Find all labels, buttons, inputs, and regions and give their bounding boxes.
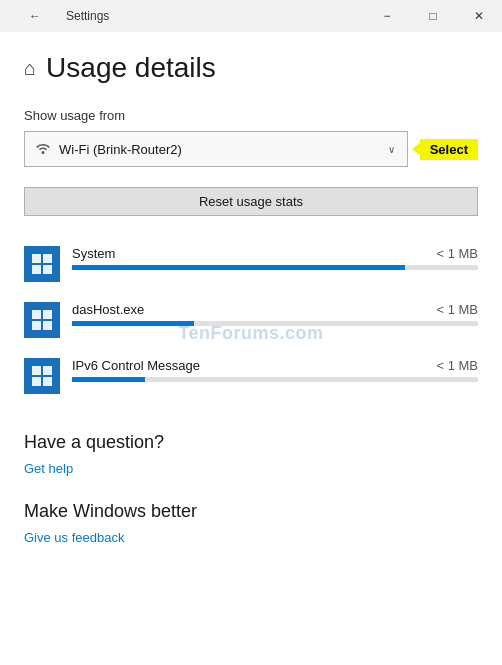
svg-rect-10: [32, 377, 41, 386]
app-name-ipv6: IPv6 Control Message: [72, 358, 200, 373]
give-feedback-link[interactable]: Give us feedback: [24, 530, 124, 545]
select-tooltip: Select: [420, 139, 478, 160]
back-button[interactable]: ←: [12, 0, 58, 32]
chevron-down-icon: ∨: [388, 144, 395, 155]
help-section: Have a question? Get help: [24, 432, 478, 477]
dropdown-wrapper: Wi-Fi (Brink-Router2) ∨ Select: [24, 131, 478, 167]
usage-name-row: IPv6 Control Message < 1 MB: [72, 358, 478, 373]
home-icon: ⌂: [24, 57, 36, 80]
bar-fill-dashost: [72, 321, 194, 326]
title-bar-title: Settings: [66, 9, 109, 23]
bar-fill-system: [72, 265, 405, 270]
usage-item: IPv6 Control Message < 1 MB: [24, 348, 478, 404]
svg-rect-11: [43, 377, 52, 386]
windows-better-title: Make Windows better: [24, 501, 478, 522]
close-button[interactable]: ✕: [456, 0, 502, 32]
usage-info-dashost: dasHost.exe < 1 MB: [72, 302, 478, 326]
usage-item: dasHost.exe < 1 MB: [24, 292, 478, 348]
main-content: ⌂ Usage details Show usage from Wi-Fi (B…: [0, 32, 502, 665]
app-size-system: < 1 MB: [436, 246, 478, 261]
svg-rect-0: [32, 254, 41, 263]
svg-rect-4: [32, 310, 41, 319]
wifi-icon: [35, 140, 51, 159]
show-usage-label: Show usage from: [24, 108, 478, 123]
bar-bg-system: [72, 265, 478, 270]
title-bar-left: ← Settings: [0, 0, 109, 32]
title-bar-controls: − □ ✕: [364, 0, 502, 32]
page-header: ⌂ Usage details: [24, 52, 478, 84]
minimize-button[interactable]: −: [364, 0, 410, 32]
app-size-ipv6: < 1 MB: [436, 358, 478, 373]
app-icon-system: [24, 246, 60, 282]
title-bar: ← Settings − □ ✕: [0, 0, 502, 32]
svg-rect-2: [32, 265, 41, 274]
help-title: Have a question?: [24, 432, 478, 453]
network-dropdown[interactable]: Wi-Fi (Brink-Router2) ∨: [24, 131, 408, 167]
svg-rect-6: [32, 321, 41, 330]
usage-list: System < 1 MB dasHost.exe: [24, 236, 478, 404]
usage-info-system: System < 1 MB: [72, 246, 478, 270]
get-help-link[interactable]: Get help: [24, 461, 73, 476]
bar-bg-ipv6: [72, 377, 478, 382]
bar-fill-ipv6: [72, 377, 145, 382]
bar-bg-dashost: [72, 321, 478, 326]
svg-rect-9: [43, 366, 52, 375]
app-name-dashost: dasHost.exe: [72, 302, 144, 317]
svg-rect-5: [43, 310, 52, 319]
usage-name-row: dasHost.exe < 1 MB: [72, 302, 478, 317]
usage-info-ipv6: IPv6 Control Message < 1 MB: [72, 358, 478, 382]
svg-rect-3: [43, 265, 52, 274]
app-size-dashost: < 1 MB: [436, 302, 478, 317]
svg-rect-8: [32, 366, 41, 375]
page-title: Usage details: [46, 52, 216, 84]
reset-usage-button[interactable]: Reset usage stats: [24, 187, 478, 216]
app-name-system: System: [72, 246, 115, 261]
app-icon-dashost: [24, 302, 60, 338]
app-icon-ipv6: [24, 358, 60, 394]
maximize-button[interactable]: □: [410, 0, 456, 32]
usage-item: System < 1 MB: [24, 236, 478, 292]
dropdown-value: Wi-Fi (Brink-Router2): [59, 142, 182, 157]
usage-name-row: System < 1 MB: [72, 246, 478, 261]
svg-rect-7: [43, 321, 52, 330]
svg-rect-1: [43, 254, 52, 263]
windows-better-section: Make Windows better Give us feedback: [24, 501, 478, 546]
